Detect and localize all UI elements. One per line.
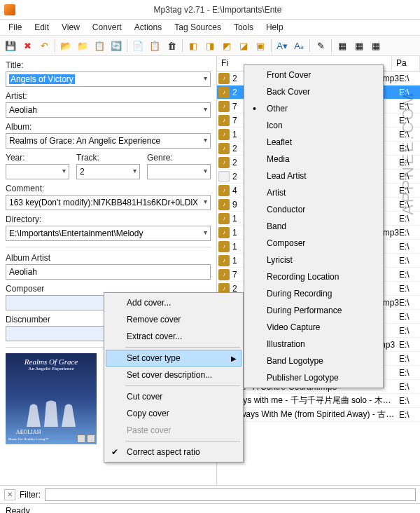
cover-check-1[interactable] — [77, 435, 85, 443]
file-row[interactable]: ♪Always With Me (from Spirited Away) - 古… — [217, 408, 420, 422]
cover-type-submenu: Front CoverBack Cover•OtherIconLeafletMe… — [244, 64, 384, 388]
cover-art-preview[interactable]: Realms Of Grace An Angelic Experience AE… — [6, 353, 97, 444]
actions-icon[interactable]: A▾ — [274, 38, 290, 53]
artist-input[interactable]: Aeoliah — [6, 102, 211, 118]
file-row[interactable]: ♪ways with me - 千与千寻片尾曲 solo - 木…E:\ — [217, 394, 420, 408]
file-path: E:\ — [399, 382, 420, 392]
file-path: E:\ — [399, 228, 420, 238]
cm-aspect-ratio[interactable]: ✔Correct aspect ratio — [106, 444, 241, 460]
menu-edit[interactable]: Edit — [29, 21, 55, 34]
cm-type-band-logotype[interactable]: Band Logotype — [246, 353, 382, 369]
cm-add-cover[interactable]: Add cover... — [106, 294, 241, 311]
copy-tag-icon[interactable]: 📄 — [130, 38, 146, 53]
quick-action-icon[interactable]: Aₐ — [291, 38, 307, 53]
cm-set-cover-desc[interactable]: Set cover description... — [106, 367, 241, 383]
cm-remove-cover[interactable]: Remove cover — [106, 311, 241, 328]
playlist-icon[interactable]: 📋 — [92, 38, 107, 53]
file-path: E:\ — [399, 186, 420, 196]
cm-extract-cover[interactable]: Extract cover... — [106, 328, 241, 345]
file-path: E:\ — [399, 172, 420, 182]
directory-input[interactable]: E:\Importants\Entertainment\Melody — [6, 226, 211, 241]
cm-type-front-cover[interactable]: Front Cover — [246, 67, 382, 83]
cm-type-recording-location[interactable]: Recording Location — [246, 268, 382, 285]
menu-tag-sources[interactable]: Tag Sources — [169, 21, 227, 34]
comment-label: Comment: — [6, 184, 211, 193]
file-path: E:\ — [399, 326, 420, 336]
menu-help[interactable]: Help — [260, 21, 289, 34]
paste-tag-icon[interactable]: 📋 — [147, 38, 162, 53]
save-icon[interactable]: 💾 — [3, 38, 18, 53]
year-input[interactable] — [6, 164, 69, 179]
win1-icon[interactable]: ▦ — [335, 38, 350, 53]
menu-convert[interactable]: Convert — [87, 21, 127, 34]
cm-type-composer[interactable]: Composer — [246, 235, 382, 252]
cm-type-during-performance[interactable]: During Performance — [246, 302, 382, 319]
menu-file[interactable]: File — [3, 21, 27, 34]
tool5-icon[interactable]: ▣ — [253, 38, 268, 53]
cm-type-video-capture[interactable]: Video Capture — [246, 319, 382, 336]
refresh-icon[interactable]: 🔄 — [108, 38, 124, 53]
cm-type-back-cover[interactable]: Back Cover — [246, 83, 382, 100]
status-bar: Ready — [0, 503, 420, 513]
title-label: Title: — [6, 60, 211, 70]
menu-tools[interactable]: Tools — [228, 21, 259, 34]
file-path: E:\ — [399, 88, 420, 97]
cm-type-lead-artist[interactable]: Lead Artist — [246, 167, 382, 184]
remove-tag-icon[interactable]: 🗑 — [164, 38, 179, 53]
file-path: E:\ — [399, 284, 420, 294]
col-path[interactable]: Pa — [392, 56, 420, 71]
cm-type-icon[interactable]: Icon — [246, 117, 382, 134]
genre-label: Genre: — [147, 153, 211, 163]
cm-set-cover-type[interactable]: Set cover type▶ — [106, 350, 241, 367]
delete-icon[interactable]: ✖ — [20, 38, 35, 53]
cm-type-during-recording[interactable]: During Recording — [246, 285, 382, 302]
file-type-icon: ♪ — [218, 269, 230, 280]
folder-add-icon[interactable]: 📁 — [75, 38, 90, 53]
clear-filter-button[interactable]: ✕ — [4, 489, 15, 500]
folder-open-icon[interactable]: 📂 — [58, 38, 74, 53]
cm-copy-cover[interactable]: Copy cover — [106, 405, 241, 422]
win2-icon[interactable]: ▦ — [351, 38, 367, 53]
file-path: E:\ — [399, 368, 420, 378]
file-path: E:\ — [399, 340, 420, 350]
cm-type-media[interactable]: Media — [246, 151, 382, 167]
cm-type-publisher-logotype[interactable]: Publisher Logotype — [246, 369, 382, 386]
tool2-icon[interactable]: ◨ — [202, 38, 218, 53]
filter-input[interactable] — [45, 488, 416, 501]
win3-icon[interactable]: ▦ — [368, 38, 384, 53]
app-icon — [4, 4, 15, 15]
cover-check-2[interactable] — [87, 435, 95, 443]
title-input[interactable]: Angels of Victory — [6, 71, 211, 87]
submenu-arrow-icon: ▶ — [231, 355, 237, 362]
file-type-icon: ♪ — [218, 157, 230, 168]
file-type-icon: ♪ — [218, 87, 230, 98]
album-artist-input[interactable]: Aeoliah — [6, 264, 211, 280]
file-path: E:\ — [399, 410, 420, 420]
menu-view[interactable]: View — [56, 21, 85, 34]
file-type-icon: ♪ — [218, 227, 230, 238]
toolbar: 💾 ✖ ↶ 📂 📁 📋 🔄 📄 📋 🗑 ◧ ◨ ◩ ◪ ▣ A▾ Aₐ ✎ ▦ … — [0, 35, 420, 56]
menu-actions[interactable]: Actions — [129, 21, 167, 34]
file-path: E:\ — [399, 144, 420, 153]
undo-icon[interactable]: ↶ — [36, 38, 52, 53]
file-path: E:\ — [399, 102, 420, 111]
file-type-icon: ♪ — [218, 73, 230, 84]
cm-type-conductor[interactable]: Conductor — [246, 201, 382, 218]
tool3-icon[interactable]: ◩ — [219, 38, 234, 53]
album-input[interactable]: Realms of Grace: An Angelic Experience — [6, 133, 211, 149]
tool1-icon[interactable]: ◧ — [186, 38, 201, 53]
cm-cut-cover[interactable]: Cut cover — [106, 388, 241, 405]
year-label: Year: — [6, 153, 69, 163]
tool4-icon[interactable]: ◪ — [236, 38, 251, 53]
edit-tag-icon[interactable]: ✎ — [313, 38, 328, 53]
cm-type-lyricist[interactable]: Lyricist — [246, 252, 382, 268]
cm-type-illustration[interactable]: Illustration — [246, 336, 382, 353]
cm-type-band[interactable]: Band — [246, 218, 382, 235]
cm-type-other[interactable]: •Other — [246, 100, 382, 117]
status-text: Ready — [6, 506, 30, 513]
track-input[interactable]: 2 — [76, 164, 140, 179]
cm-type-artist[interactable]: Artist — [246, 184, 382, 201]
cm-type-leaflet[interactable]: Leaflet — [246, 134, 382, 151]
comment-input[interactable]: 163 key(Don't modify):Nl7KBB481H1s6KDr+0… — [6, 195, 211, 210]
genre-input[interactable] — [147, 164, 211, 179]
